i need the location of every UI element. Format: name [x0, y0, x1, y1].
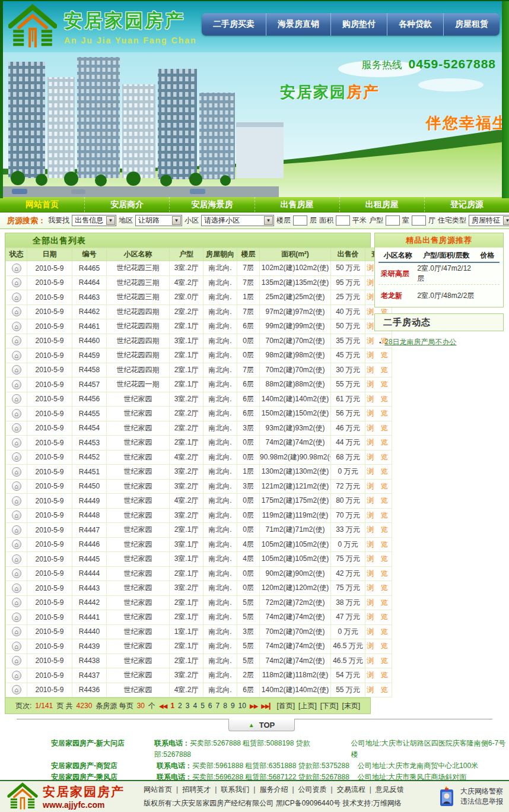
- cell-date: 2010-5-9: [27, 378, 72, 392]
- cell-orientation: 南北向.: [203, 421, 237, 436]
- rooms-input[interactable]: [386, 215, 400, 226]
- find-select[interactable]: 出售信息 ▼: [72, 215, 116, 226]
- cell-floor: 6层: [237, 407, 260, 421]
- cell-status: ⌂: [6, 275, 27, 290]
- cell-area: 90m2(建)90m2(使): [260, 566, 331, 581]
- topnav-item[interactable]: 房屋租赁: [443, 13, 500, 36]
- topnav-item[interactable]: 二手房买卖: [202, 13, 266, 36]
- page-number[interactable]: 3: [186, 702, 190, 710]
- footer: 安居家园房产 www.ajjyfc.com 网站首页|招聘英才|联系我们|服务介…: [0, 780, 509, 812]
- cell-id: R4438: [72, 654, 107, 668]
- page-number[interactable]: 10: [238, 702, 246, 710]
- footer-link[interactable]: 联系我们: [221, 785, 249, 794]
- cell-layout: 3室.2厅: [170, 581, 203, 596]
- house-status-icon: ⌂: [12, 496, 21, 506]
- cell-date: 2010-5-9: [27, 639, 72, 654]
- back-to-top-button[interactable]: ▲ TOP: [228, 719, 295, 731]
- mainnav-item[interactable]: 登记房源: [424, 197, 509, 212]
- table-row: ⌂2010-5-9R4451世纪家园3室.2厅南北向.1层130m2(建)130…: [6, 465, 392, 480]
- topnav-item[interactable]: 海景房直销: [266, 13, 330, 36]
- pagination-link[interactable]: [末页]: [342, 701, 360, 711]
- mainnav-item[interactable]: 出售房屋: [254, 197, 339, 212]
- feature-select[interactable]: 房屋特征 ▼: [469, 215, 509, 226]
- cell-orientation: 南北向.: [203, 610, 237, 625]
- cell-community: 世纪家园: [107, 537, 170, 552]
- footer-url[interactable]: www.ajjyfc.com: [43, 800, 125, 810]
- cell-price: 0 万元: [331, 537, 365, 552]
- community-select[interactable]: 请选择小区 ▼: [201, 215, 274, 226]
- store-name: 安居家园房产-新大问店: [51, 738, 154, 760]
- mainnav-item[interactable]: 网站首页: [0, 197, 84, 212]
- content: 全部出售列表 状态日期编号小区名称户型房屋朝向楼层面积(m²)出售价查看 ⌂20…: [5, 233, 504, 714]
- last-page-arrow[interactable]: ▶▶▎: [261, 703, 273, 709]
- cell-floor: 5层: [237, 639, 260, 654]
- house-status-icon: ⌂: [12, 554, 21, 564]
- district-select[interactable]: 让胡路 ▼: [135, 215, 182, 226]
- house-status-icon: ⌂: [12, 598, 21, 607]
- footer-link[interactable]: 网站首页: [144, 785, 172, 794]
- table-row: ⌂2010-5-9R4456世纪家园3室.2厅南北向.6层140m2(建)140…: [6, 392, 392, 407]
- cell-price: 56 万元: [331, 407, 365, 421]
- table-row: ⌂2010-5-9R4442世纪家园2室.1厅南北向.5层72m2(建)72m2…: [6, 595, 392, 610]
- cell-status: ⌂: [6, 290, 27, 305]
- cell-id: R4445: [72, 552, 107, 567]
- column-header: 编号: [72, 248, 107, 261]
- footer-link[interactable]: 招聘英才: [182, 785, 211, 794]
- cell-layout: 4室.2厅: [170, 494, 203, 509]
- topnav-item[interactable]: 购房垫付: [330, 13, 387, 36]
- page-number[interactable]: 5: [201, 702, 205, 710]
- cell-layout: 3室.1厅: [170, 552, 203, 567]
- recommend-row[interactable]: 老龙新2室.0厅/48m2/2层: [378, 285, 500, 307]
- cell-area: 135m2(建)135m2(使): [260, 275, 331, 290]
- store-phone-label: 联系电话：: [154, 739, 190, 747]
- cell-id: R4456: [72, 392, 107, 407]
- mainnav-item[interactable]: 安居商介: [84, 197, 169, 212]
- footer-link[interactable]: 意见反馈: [376, 785, 404, 794]
- recommend-row[interactable]: 采研高层2室.0厅/47m2/12层: [378, 263, 500, 285]
- cell-status: ⌂: [6, 683, 27, 697]
- cell-date: 2010-5-9: [27, 436, 72, 451]
- cell-status: ⌂: [6, 479, 27, 494]
- column-header: 状态: [6, 248, 27, 261]
- page-number[interactable]: 2: [178, 702, 182, 710]
- next-jump-arrow[interactable]: ▶▶: [250, 703, 257, 709]
- footer-link[interactable]: 服务介绍: [259, 785, 288, 794]
- cell-date: 2010-5-9: [27, 407, 72, 421]
- page-number[interactable]: 4: [193, 702, 197, 710]
- chevron-down-icon: ▼: [172, 216, 181, 225]
- mainnav-item[interactable]: 安居海景房: [169, 197, 254, 212]
- cell-date: 2010-5-9: [27, 537, 72, 552]
- footer-link[interactable]: 交易流程: [337, 785, 365, 794]
- listing-table: 状态日期编号小区名称户型房屋朝向楼层面积(m²)出售价查看 ⌂2010-5-9R…: [5, 248, 392, 697]
- pages-suffix: 页 共: [56, 701, 72, 711]
- cell-community: 世纪花园四期: [107, 348, 170, 363]
- pagination-link[interactable]: [上页]: [298, 701, 317, 711]
- page-number[interactable]: 6: [208, 702, 212, 710]
- page-number[interactable]: 9: [231, 702, 235, 710]
- cell-orientation: 南北向.: [203, 595, 237, 610]
- house-status-icon: ⌂: [12, 510, 21, 520]
- cell-orientation: 南北向.: [203, 523, 237, 538]
- footer-link[interactable]: 公司资质: [298, 785, 327, 794]
- page-number[interactable]: 1: [170, 702, 174, 710]
- house-status-icon: ⌂: [12, 351, 21, 360]
- page-number[interactable]: 8: [223, 702, 227, 710]
- page-number[interactable]: 7: [216, 702, 220, 710]
- news-title: 二手房动态: [375, 317, 431, 328]
- first-page-arrow[interactable]: ◀◀: [159, 703, 167, 709]
- cell-area: 71m2(建)71m2(使): [260, 523, 331, 538]
- police-text[interactable]: 大庆网络警察 违法信息举报: [460, 786, 503, 807]
- pagination-link[interactable]: [下页]: [320, 701, 339, 711]
- floor-input[interactable]: [293, 215, 307, 226]
- pagination-link[interactable]: [首页]: [276, 701, 295, 711]
- mainnav-item[interactable]: 出租房屋: [339, 197, 424, 212]
- logo-area: 安居家园房产 An Ju Jia Yuan Fang Chan: [8, 4, 197, 50]
- area-input[interactable]: [336, 215, 350, 226]
- cell-price: 25 万元: [331, 290, 365, 305]
- column-header: 户型: [170, 248, 203, 261]
- halls-input[interactable]: [412, 215, 426, 226]
- news-link[interactable]: 28日龙南房产局不办公: [384, 338, 456, 346]
- topnav-item[interactable]: 各种贷款: [387, 13, 443, 36]
- cell-layout: 4室.2厅: [170, 275, 203, 290]
- cell-community: 世纪家园: [107, 392, 170, 407]
